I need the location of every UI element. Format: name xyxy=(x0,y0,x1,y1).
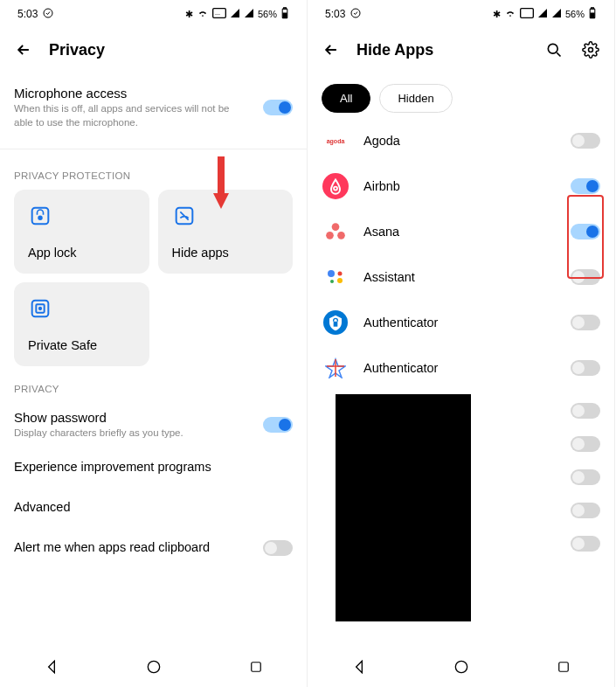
back-button[interactable] xyxy=(14,40,33,59)
app-row[interactable]: Assistant xyxy=(322,254,600,300)
app-toggle[interactable] xyxy=(571,133,600,149)
private-safe-label: Private Safe xyxy=(28,338,135,352)
svg-point-14 xyxy=(351,9,360,17)
nav-back[interactable] xyxy=(43,658,60,678)
lock-icon xyxy=(28,204,52,228)
bluetooth-icon: ✱ xyxy=(493,9,501,20)
redacted-block xyxy=(336,394,471,621)
nav-recent[interactable] xyxy=(248,659,264,677)
svg-point-0 xyxy=(44,9,52,17)
app-toggle[interactable] xyxy=(571,178,600,194)
svg-point-11 xyxy=(39,308,41,309)
app-lock-card[interactable]: App lock xyxy=(14,190,149,274)
signal-icon-2 xyxy=(244,8,254,20)
svg-point-27 xyxy=(338,272,343,276)
svg-point-19 xyxy=(548,44,557,53)
app-row[interactable]: agodaAgoda xyxy=(322,118,600,163)
svg-point-32 xyxy=(456,661,467,672)
app-toggle[interactable] xyxy=(571,224,600,239)
page-title: Privacy xyxy=(49,41,105,59)
app-toggle[interactable] xyxy=(571,360,600,376)
show-pw-toggle[interactable] xyxy=(263,417,293,433)
back-button[interactable] xyxy=(322,40,341,59)
app-icon xyxy=(322,263,350,291)
app-name-label: Asana xyxy=(363,225,557,239)
nav-bar xyxy=(0,649,307,687)
app-icon: agoda xyxy=(322,127,350,155)
svg-point-7 xyxy=(38,217,42,220)
battery-icon xyxy=(280,7,289,21)
filter-chips: All Hidden xyxy=(308,75,614,118)
clipboard-row[interactable]: Alert me when apps read clipboard xyxy=(14,528,293,568)
settings-button[interactable] xyxy=(581,40,600,59)
app-toggle[interactable] xyxy=(571,469,600,485)
svg-point-28 xyxy=(337,278,343,283)
app-bar: Privacy xyxy=(0,24,307,75)
nav-home[interactable] xyxy=(453,658,470,678)
status-bar: 5:03 ✱ 56% xyxy=(308,0,614,24)
status-icon-box xyxy=(520,8,534,20)
svg-point-25 xyxy=(337,232,345,239)
status-icon-check xyxy=(43,8,53,21)
svg-rect-15 xyxy=(521,9,534,18)
app-row[interactable]: Authenticator xyxy=(322,345,600,391)
svg-rect-13 xyxy=(252,662,261,671)
app-name-label: Airbnb xyxy=(363,179,557,193)
svg-rect-33 xyxy=(559,662,569,671)
search-button[interactable] xyxy=(544,40,564,59)
advanced-row[interactable]: Advanced xyxy=(14,488,293,528)
mic-toggle[interactable] xyxy=(263,100,293,115)
svg-rect-31 xyxy=(334,322,338,327)
svg-point-29 xyxy=(330,280,334,283)
status-time: 5:03 xyxy=(17,8,38,20)
svg-point-24 xyxy=(326,232,334,239)
status-icon-box: ⋯ xyxy=(212,8,226,20)
svg-point-20 xyxy=(589,48,593,52)
signal-icon-2 xyxy=(551,8,562,20)
clipboard-toggle[interactable] xyxy=(263,540,293,556)
clipboard-label: Alert me when apps read clipboard xyxy=(14,540,210,554)
app-toggle[interactable] xyxy=(571,503,600,518)
experience-row[interactable]: Experience improvement programs xyxy=(14,448,293,488)
app-icon xyxy=(322,309,350,337)
wifi-icon xyxy=(197,7,209,21)
app-row[interactable]: Asana xyxy=(322,209,600,254)
bluetooth-icon: ✱ xyxy=(185,9,193,20)
app-toggle[interactable] xyxy=(571,436,600,452)
chip-hidden[interactable]: Hidden xyxy=(379,84,452,113)
show-pw-sub: Display characters briefly as you type. xyxy=(14,427,241,441)
hide-apps-card[interactable]: Hide apps xyxy=(158,190,294,274)
app-name-label: Authenticator xyxy=(363,316,557,330)
battery-icon xyxy=(588,7,597,21)
microphone-access-row[interactable]: Microphone access When this is off, all … xyxy=(14,75,293,140)
app-lock-label: App lock xyxy=(28,246,135,260)
hide-apps-label: Hide apps xyxy=(172,246,280,260)
app-row[interactable]: Airbnb xyxy=(322,163,600,209)
divider xyxy=(0,149,307,149)
app-icon xyxy=(322,172,350,200)
experience-label: Experience improvement programs xyxy=(14,460,211,474)
private-safe-card[interactable]: Private Safe xyxy=(14,282,149,366)
app-row[interactable]: Authenticator xyxy=(322,300,600,345)
nav-recent[interactable] xyxy=(556,659,571,677)
privacy-protection-label: PRIVACY PROTECTION xyxy=(14,162,293,190)
mic-sub: When this is off, all apps and services … xyxy=(14,102,241,129)
left-screen: 5:03 ✱ ⋯ 56% Privacy Microphone access W… xyxy=(0,0,308,687)
app-toggle[interactable] xyxy=(571,536,600,552)
battery-text: 56% xyxy=(565,9,585,19)
status-icon-check xyxy=(350,8,361,21)
nav-back[interactable] xyxy=(350,658,368,678)
app-toggle[interactable] xyxy=(571,269,600,285)
nav-home[interactable] xyxy=(145,658,163,678)
app-toggle[interactable] xyxy=(571,315,600,330)
app-name-label: Agoda xyxy=(363,134,557,148)
svg-rect-18 xyxy=(591,13,594,17)
svg-point-26 xyxy=(328,270,335,277)
app-bar: Hide Apps xyxy=(308,24,614,75)
app-toggle[interactable] xyxy=(571,403,600,419)
nav-bar xyxy=(308,649,614,687)
chip-all[interactable]: All xyxy=(322,84,370,113)
app-name-label: Assistant xyxy=(363,270,557,284)
signal-icon xyxy=(230,8,240,20)
show-password-row[interactable]: Show password Display characters briefly… xyxy=(14,403,293,448)
